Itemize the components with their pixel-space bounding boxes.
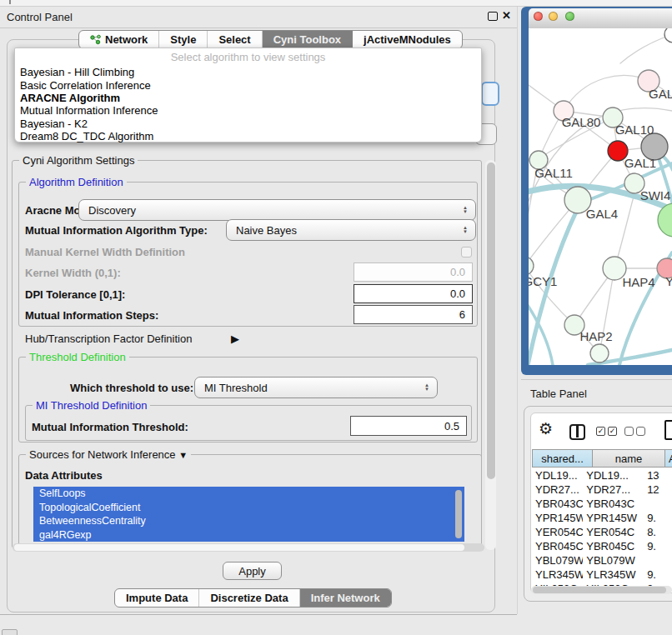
column-header-shared[interactable]: shared... <box>532 449 593 468</box>
algorithm-option-bayesian-hill-climbing[interactable]: Bayesian - Hill Climbing <box>15 66 481 78</box>
expand-right-icon[interactable]: ▶ <box>231 332 239 345</box>
table-row[interactable]: YDR27...YDR27...12 <box>532 482 672 497</box>
document-icon[interactable] <box>664 420 672 440</box>
aracne-mode-combo[interactable]: Discovery ▲▼ <box>78 199 476 221</box>
attribute-item-gal4rgexp[interactable]: gal4RGexp <box>33 528 464 542</box>
which-threshold-combo[interactable]: MI Threshold ▲▼ <box>194 377 438 398</box>
unchecked-checkbox-icon[interactable] <box>636 427 645 436</box>
algorithm-option-bayesian-k2[interactable]: Bayesian - K2 <box>15 118 481 130</box>
network-canvas[interactable]: GALGAL80GAL10GAL1SWI4GAL11GAL4GCY1HAP4YH… <box>529 28 672 365</box>
tab-impute-data[interactable]: Impute Data <box>115 589 199 607</box>
which-threshold-label: Which threshold to use: <box>70 382 193 394</box>
spinner-icon: ▲▼ <box>463 226 468 234</box>
collapse-down-icon[interactable]: ▼ <box>178 450 188 460</box>
algorithm-popup-list: Bayesian - Hill ClimbingBasic Correlatio… <box>15 66 481 142</box>
network-tab-icon <box>90 34 101 45</box>
network-edge[interactable] <box>564 75 649 111</box>
network-node[interactable] <box>590 344 609 362</box>
data-attributes-label: Data Attributes <box>25 469 103 482</box>
mi-threshold-label: Mutual Information Threshold: <box>32 421 188 433</box>
control-panel-titlebar <box>0 7 517 28</box>
table-row[interactable]: YPR145WYPR145W9. <box>532 511 672 525</box>
manual-kernel-checkbox[interactable] <box>461 247 472 258</box>
mi-steps-label: Mutual Information Steps: <box>25 309 158 322</box>
mi-type-value: Naive Bayes <box>236 224 297 237</box>
attribute-item-topologicalcoefficient[interactable]: TopologicalCoefficient <box>33 501 464 515</box>
tab-cyni-toolbox[interactable]: Cyni Toolbox <box>263 31 353 48</box>
attribute-item-selfloops[interactable]: SelfLoops <box>33 487 464 501</box>
mi-threshold-field[interactable]: 0.5 <box>350 416 467 436</box>
node-label-swi4: SWI4 <box>640 188 671 202</box>
tab-discretize-data[interactable]: Discretize Data <box>199 589 299 607</box>
network-view-window[interactable]: GALGAL80GAL10GAL1SWI4GAL11GAL4GCY1HAP4YH… <box>521 7 672 375</box>
gear-icon[interactable]: ⚙ <box>539 421 553 437</box>
checked-checkbox-icon[interactable]: ✓ <box>596 427 605 436</box>
network-node-gcy1[interactable] <box>529 257 534 275</box>
screen: Control Panel ✕ NetworkStyleSelectCyni T… <box>0 0 672 635</box>
settings-hscrollbar-thumb[interactable] <box>14 544 464 551</box>
apply-button[interactable]: Apply <box>223 562 282 580</box>
table-cell: 9. <box>644 540 672 552</box>
table-row[interactable]: YBR045CYBR045C9. <box>532 539 672 553</box>
attribute-item-betweennesscentrality[interactable]: BetweennessCentrality <box>33 514 464 528</box>
network-node[interactable] <box>658 203 672 237</box>
node-label-y: Y <box>665 274 672 288</box>
dpi-tolerance-field[interactable]: 0.0 <box>354 284 473 303</box>
table-row[interactable]: YLR345WYLR345W9. <box>532 568 672 582</box>
node-label-gal: GAL <box>649 87 672 101</box>
tab-style[interactable]: Style <box>159 31 208 48</box>
table-panel-title: Table Panel <box>530 388 587 400</box>
node-label-gal80: GAL80 <box>562 115 601 129</box>
unchecked-checkbox-icon[interactable] <box>624 427 634 436</box>
table-row[interactable]: YBL079WYBL079W <box>532 553 672 568</box>
spinner-icon: ▲▼ <box>463 206 468 214</box>
tab-infer-network[interactable]: Infer Network <box>300 589 391 607</box>
manual-kernel-label: Manual Kernel Width Definition <box>25 246 185 258</box>
tab-jactivemnodules[interactable]: jActiveMNodules <box>353 31 462 48</box>
tab-label: jActiveMNodules <box>364 33 451 46</box>
table-cell: YBR045C <box>532 540 583 552</box>
mac-zoom-icon[interactable] <box>565 12 574 21</box>
kernel-width-label: Kernel Width (0,1): <box>25 267 121 279</box>
tab-network[interactable]: Network <box>79 31 159 48</box>
data-attributes-list: SelfLoopsTopologicalCoefficientBetweenne… <box>33 487 464 542</box>
algorithm-option-basic-correlation-inference[interactable]: Basic Correlation Inference <box>15 78 481 91</box>
tab-label: Infer Network <box>311 592 380 604</box>
mac-minimize-icon[interactable] <box>549 12 558 21</box>
checked-checkbox-icon[interactable]: ✓ <box>608 427 617 436</box>
table-row[interactable]: YER054CYER054C8. <box>532 525 672 539</box>
algorithm-option-aracne-algorithm[interactable]: ARACNE Algorithm <box>15 92 481 104</box>
tab-select[interactable]: Select <box>208 31 262 48</box>
aracne-mode-value: Discovery <box>88 204 136 217</box>
algorithm-option-dream8-dc-tdc-algorithm[interactable]: Dream8 DC_TDC Algorithm <box>15 130 481 142</box>
column-header-third[interactable]: A <box>664 449 672 468</box>
column-header-name[interactable]: name <box>592 449 665 468</box>
close-icon[interactable]: ✕ <box>502 9 511 22</box>
attributes-scrollbar-thumb[interactable] <box>455 490 462 538</box>
network-node[interactable] <box>664 28 672 42</box>
algorithm-option-mutual-information-inference[interactable]: Mutual Information Inference <box>15 104 481 117</box>
top-strip <box>0 0 672 7</box>
bottom-left-partial-button[interactable] <box>2 629 18 635</box>
top-strip-tick <box>9 0 11 4</box>
float-window-icon[interactable] <box>488 12 498 21</box>
mi-steps-field[interactable]: 6 <box>354 305 473 324</box>
mac-close-icon[interactable] <box>534 12 543 21</box>
network-edge[interactable] <box>620 34 672 63</box>
table-row[interactable]: YBR043CYBR043C <box>532 497 672 511</box>
node-label-hap4: HAP4 <box>622 275 654 289</box>
table-cell: YPR145W <box>583 512 644 524</box>
table-row[interactable]: YDL19...YDL19...13 <box>532 468 672 482</box>
mi-type-combo[interactable]: Naive Bayes ▲▼ <box>226 219 476 241</box>
sources-group-title: Sources for Network Inference ▼ <box>26 448 191 461</box>
table-cell: YLR345W <box>532 568 583 581</box>
split-columns-icon[interactable] <box>569 424 585 440</box>
node-label-hap2: HAP2 <box>579 329 612 343</box>
table-hscrollbar-thumb[interactable] <box>533 587 666 593</box>
hub-definition-label[interactable]: Hub/Transcription Factor Definition <box>25 332 192 345</box>
tab-label: Select <box>218 33 250 46</box>
settings-scrollbar-thumb[interactable] <box>487 162 495 479</box>
cyni-algorithm-settings-title: Cyni Algorithm Settings <box>19 154 138 167</box>
table-cell: YBL079W <box>532 554 583 567</box>
kernel-width-field[interactable]: 0.0 <box>354 262 473 282</box>
